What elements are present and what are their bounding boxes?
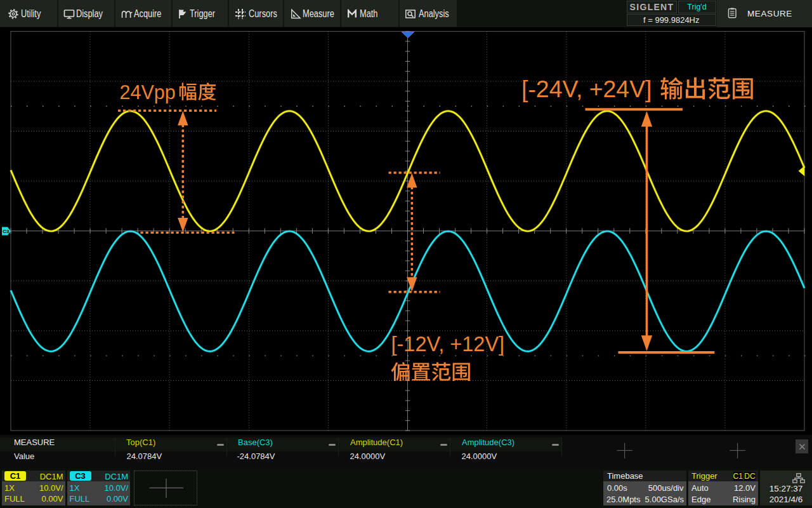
svg-text:C3: C3	[3, 229, 10, 234]
svg-text:[-12V, +12V]: [-12V, +12V]	[391, 333, 505, 356]
svg-text:[-24V, +24V]: [-24V, +24V]	[521, 76, 652, 102]
svg-text:24Vpp: 24Vpp	[120, 81, 176, 104]
